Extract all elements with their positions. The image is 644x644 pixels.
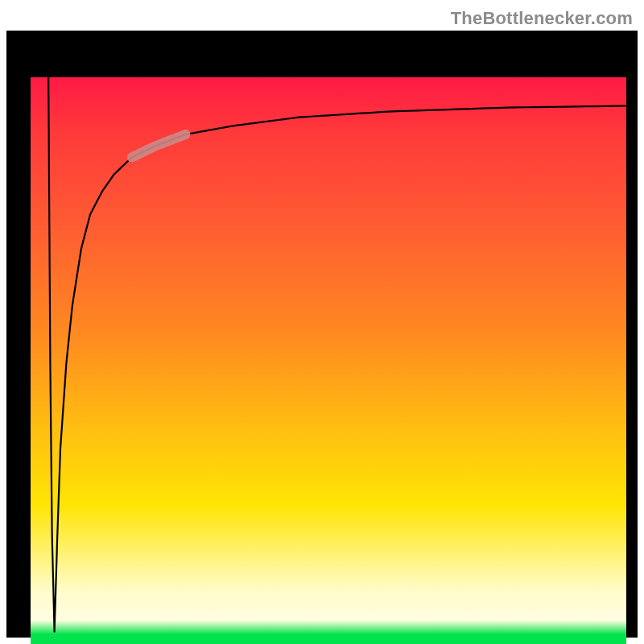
curve-svg xyxy=(31,77,626,644)
watermark-text: TheBottlenecker.com xyxy=(451,8,633,29)
chart-frame: TheBottlenecker.com xyxy=(0,0,644,644)
plot-border xyxy=(6,31,638,638)
curve-highlight xyxy=(132,134,186,157)
plot-area xyxy=(31,77,626,644)
